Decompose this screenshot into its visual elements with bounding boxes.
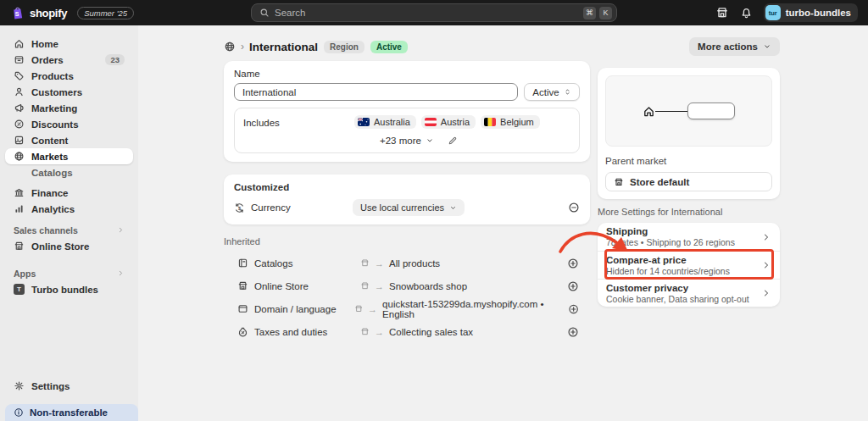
store-icon [614,177,624,187]
finance-icon [14,187,25,198]
currency-label: Currency [251,202,291,213]
catalogs-icon [237,258,248,269]
sidebar-item-products[interactable]: Products [5,68,133,84]
currency-exchange-icon: $ [234,202,245,213]
chevron-down-icon [763,42,771,51]
store-icon [14,241,25,252]
more-settings-card: Shipping 78 rates • Shipping to 26 regio… [598,223,780,307]
more-settings-title: More Settings for International [598,207,780,218]
sidebar-item-customers[interactable]: Customers [5,84,133,100]
home-node-icon [643,105,655,118]
marketing-icon [14,102,25,114]
main-area: › International Region Active More actio… [138,25,868,421]
sidebar-item-settings[interactable]: Settings [5,378,133,394]
more-countries-toggle[interactable]: +23 more [380,136,434,146]
austria-flag-icon [425,118,437,126]
sidebar-item-orders[interactable]: Orders 23 [5,52,133,68]
market-name-input[interactable] [234,83,518,101]
includes-box: Includes Australia [234,108,580,153]
add-override-icon[interactable] [568,303,579,315]
home-icon [14,38,25,49]
country-chip-australia[interactable]: Australia [354,115,416,129]
market-hierarchy-diagram [605,75,772,147]
name-card: Name Active Includes [224,61,590,162]
updown-caret-icon [564,87,571,97]
inherited-store-icon [354,304,363,313]
settings-row-shipping[interactable]: Shipping 78 rates • Shipping to 26 regio… [598,223,780,251]
page-title: International [249,41,318,53]
analytics-icon [14,203,25,214]
notifications-bell-icon[interactable] [740,7,753,19]
add-override-icon[interactable] [567,258,579,269]
topbar: S shopify Summer '25 Search ⌘ K tur turb… [0,0,868,25]
taxes-icon [237,326,248,337]
inherited-row-domain-language: Domain / language → quickstart-153299da.… [224,297,590,320]
user-menu[interactable]: tur turbo-bundles [764,3,858,22]
arrow-right-icon: → [375,258,384,269]
chevron-right-icon [761,260,771,270]
markets-icon [14,151,25,162]
user-name: turbo-bundles [786,8,851,18]
sidebar-item-home[interactable]: Home [5,36,133,52]
region-badge: Region [324,41,364,53]
settings-row-compare-at-price[interactable]: Compare-at price Hidden for 14 countries… [598,251,780,279]
non-transferable-banner[interactable]: Non-transferable [5,404,138,421]
sidebar-item-finance[interactable]: Finance [5,185,133,201]
parent-market-value[interactable]: Store default [605,172,772,191]
inherited-row-taxes: Taxes and duties → Collecting sales tax [224,320,590,343]
search-placeholder: Search [275,8,580,18]
status-select[interactable]: Active [524,83,580,101]
svg-text:S: S [15,10,19,17]
status-badge: Active [370,41,408,53]
customized-card: Customized $ Currency Use local currenci… [224,174,590,224]
sidebar-item-analytics[interactable]: Analytics [5,201,133,217]
arrow-right-icon: → [375,327,384,337]
store-preview-icon[interactable] [715,6,729,19]
search-icon [259,8,270,18]
parent-market-card: Parent market Store default [598,68,780,199]
remove-currency-icon[interactable] [568,202,580,213]
edit-pencil-icon[interactable] [448,136,458,146]
country-chip-belgium[interactable]: Belgium [481,115,540,129]
sidebar-item-marketing[interactable]: Marketing [5,100,133,116]
domain-icon [237,303,248,314]
sidebar-item-content[interactable]: Content [5,132,133,148]
inherited-store-icon [360,258,370,268]
belgium-flag-icon [484,118,496,126]
parent-market-label: Parent market [605,156,772,168]
shopify-logo[interactable]: S shopify Summer '25 [10,6,134,20]
more-actions-button[interactable]: More actions [689,37,780,56]
sidebar-item-turbo-bundles[interactable]: T Turbo bundles [5,281,133,297]
sidebar-group-sales-channels[interactable]: Sales channels [5,222,133,238]
sidebar-group-apps[interactable]: Apps [5,265,133,281]
add-override-icon[interactable] [567,326,579,338]
includes-label: Includes [243,115,354,146]
kbd-k: K [599,7,612,19]
arrow-right-icon: → [368,304,377,314]
market-node [687,102,735,119]
add-override-icon[interactable] [567,280,579,292]
avatar: tur [765,5,781,20]
search-input[interactable]: Search ⌘ K [251,3,617,22]
currency-dropdown[interactable]: Use local currencies [353,199,465,216]
sidebar-item-discounts[interactable]: Discounts [5,116,133,132]
sidebar-item-markets[interactable]: Markets [5,148,133,164]
sidebar-item-catalogs[interactable]: Catalogs [5,164,133,180]
brand-name: shopify [30,7,67,19]
gear-icon [14,380,25,391]
settings-row-customer-privacy[interactable]: Customer privacy Cookie banner, Data sha… [598,279,780,307]
markets-breadcrumb-icon[interactable] [224,41,236,53]
australia-flag-icon [358,118,370,126]
app-icon: T [14,284,25,295]
chevron-down-icon [449,204,457,212]
arrow-right-icon: → [375,281,384,291]
chevron-down-icon [426,136,434,145]
version-badge: Summer '25 [77,7,134,19]
connector-line [655,111,687,112]
inherited-section: Inherited Catalogs → All products [224,236,590,343]
breadcrumb-separator: › [241,41,244,53]
country-chip-austria[interactable]: Austria [421,115,476,129]
sidebar-item-online-store[interactable]: Online Store [5,238,133,254]
online-store-icon [237,280,248,291]
chevron-right-icon [761,232,771,242]
